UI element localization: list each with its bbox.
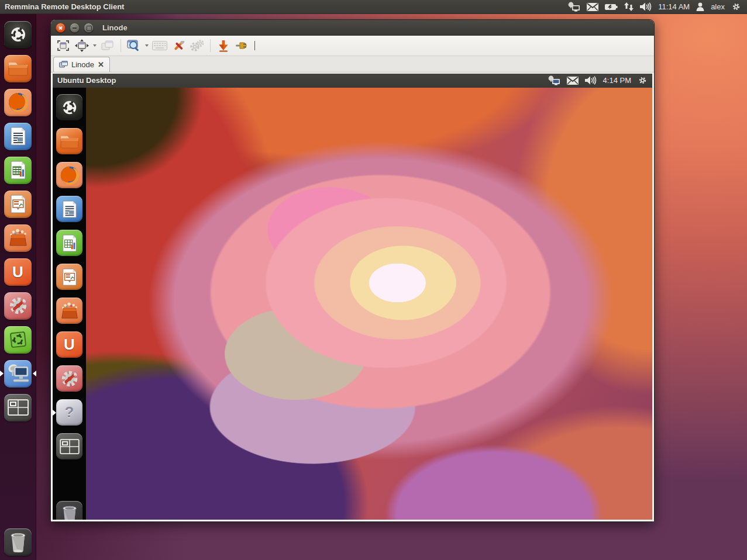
toggle-fullscreen-button[interactable] xyxy=(54,37,72,54)
unity-launcher: U xyxy=(0,14,36,560)
launcher-item-dash-home[interactable] xyxy=(0,18,36,51)
libreoffice-impress-icon xyxy=(4,191,32,218)
workspace-switcher-icon xyxy=(56,433,82,459)
remote-session-gear-icon[interactable] xyxy=(638,75,648,86)
remote-active-app-title: Ubuntu Desktop xyxy=(53,76,116,85)
launcher-item-firefox[interactable] xyxy=(0,85,36,119)
tab-close-icon[interactable]: ✕ xyxy=(98,61,104,68)
launcher-item-ubuntu-software-center[interactable] xyxy=(0,221,36,255)
remote-launcher-item-libreoffice-impress[interactable] xyxy=(53,260,86,294)
remote-launcher-item-dash-home[interactable] xyxy=(53,91,86,125)
trash-icon xyxy=(4,528,32,556)
grab-keyboard-button[interactable] xyxy=(151,37,168,54)
libreoffice-writer-icon xyxy=(4,123,32,150)
tab-monitor-icon xyxy=(59,61,68,68)
toggle-scaled-mode-button[interactable] xyxy=(125,37,143,54)
window-title: Linode xyxy=(102,23,128,32)
toolbar-caret xyxy=(254,41,255,50)
toolbar-separator xyxy=(210,39,211,52)
active-app-title: Remmina Remote Desktop Client xyxy=(0,2,124,11)
focused-indicator-arrow xyxy=(33,371,36,376)
ubuntu-software-center-icon xyxy=(4,224,32,252)
fit-window-button[interactable] xyxy=(73,37,91,54)
preferences-button[interactable] xyxy=(170,37,187,54)
system-settings-icon xyxy=(56,365,82,392)
remote-top-panel: Ubuntu Desktop 4:14 PM xyxy=(53,74,652,88)
ubuntu-one-letter: U xyxy=(64,336,75,354)
libreoffice-writer-icon xyxy=(56,196,82,222)
remote-launcher-item-unknown-window[interactable]: ? xyxy=(53,396,86,430)
launcher-item-libreoffice-writer[interactable] xyxy=(0,119,36,153)
launcher-item-workspace-switcher[interactable] xyxy=(0,390,36,424)
launcher-item-trash[interactable] xyxy=(0,525,36,559)
toolbar-separator xyxy=(121,39,121,52)
remote-desktop-view[interactable]: Ubuntu Desktop 4:14 PM xyxy=(51,72,654,521)
remote-launcher-item-ubuntu-one[interactable]: U xyxy=(53,328,86,362)
libreoffice-impress-icon xyxy=(56,264,82,290)
connection-toolbar xyxy=(51,36,654,56)
remote-launcher-item-libreoffice-writer[interactable] xyxy=(53,192,86,226)
workspace-switcher-icon xyxy=(4,394,32,421)
session-gear-icon[interactable] xyxy=(731,2,741,12)
launcher-item-remmina[interactable] xyxy=(0,357,36,390)
remote-launcher-item-ubuntu-software-center[interactable] xyxy=(53,294,86,328)
remote-launcher-item-system-settings[interactable] xyxy=(53,362,86,396)
dash-home-icon xyxy=(4,21,32,49)
scaled-mode-dropdown[interactable] xyxy=(144,37,150,54)
remote-unity-launcher: U ? xyxy=(53,88,86,521)
ubuntu-one-icon: U xyxy=(4,258,32,286)
remote-launcher-item-trash[interactable] xyxy=(53,497,86,521)
mail-indicator-icon[interactable] xyxy=(587,2,598,12)
trash-icon xyxy=(56,501,82,521)
mail-indicator-icon[interactable] xyxy=(567,75,579,86)
remote-launcher-item-libreoffice-calc[interactable] xyxy=(53,226,86,260)
duplicate-connection-button[interactable] xyxy=(99,37,116,54)
ubuntu-one-icon: U xyxy=(56,331,82,358)
remote-wallpaper[interactable] xyxy=(86,88,652,521)
tab-linode[interactable]: Linode ✕ xyxy=(53,57,110,72)
system-settings-icon xyxy=(4,292,32,320)
fit-window-dropdown[interactable] xyxy=(92,37,98,54)
volume-indicator-icon[interactable] xyxy=(640,2,652,12)
volume-indicator-icon[interactable] xyxy=(585,75,597,86)
tab-label: Linode xyxy=(71,60,94,69)
remote-desktop-indicator-icon[interactable] xyxy=(548,75,560,86)
libreoffice-calc-icon xyxy=(56,230,82,256)
battery-indicator-icon[interactable] xyxy=(605,2,618,12)
launcher-item-libreoffice-calc[interactable] xyxy=(0,153,36,187)
remote-launcher-item-home-folder[interactable] xyxy=(53,125,86,158)
minimize-button[interactable] xyxy=(70,23,80,33)
maximize-button[interactable] xyxy=(84,23,94,33)
libreoffice-calc-icon xyxy=(4,157,32,184)
network-transfer-indicator-icon[interactable] xyxy=(624,2,634,12)
minimize-to-tray-button[interactable] xyxy=(215,37,232,54)
remote-desktop-body[interactable]: U ? xyxy=(53,88,652,521)
launcher-item-software-updater[interactable] xyxy=(0,323,36,357)
remote-launcher-item-workspace-switcher[interactable] xyxy=(53,430,86,464)
launcher-item-system-settings[interactable] xyxy=(0,289,36,323)
close-button[interactable] xyxy=(56,23,66,33)
firefox-icon xyxy=(56,162,82,188)
indicator-tray: 11:14 AM alex xyxy=(567,2,747,12)
question-mark: ? xyxy=(65,403,74,421)
home-folder-icon xyxy=(56,128,82,154)
launcher-item-home-folder[interactable] xyxy=(0,51,36,85)
software-updater-icon xyxy=(4,326,32,354)
clock[interactable]: 11:14 AM xyxy=(658,2,690,11)
tools-button[interactable] xyxy=(188,37,206,54)
remote-desktop-indicator-icon[interactable] xyxy=(567,2,580,12)
launcher-item-ubuntu-one[interactable]: U xyxy=(0,255,36,289)
window-titlebar[interactable]: Linode xyxy=(51,20,654,36)
tab-bar: Linode ✕ xyxy=(51,56,654,72)
screen: Remmina Remote Desktop Client 11:14 AM a… xyxy=(0,0,747,560)
user-icon xyxy=(696,2,704,12)
disconnect-button[interactable] xyxy=(233,37,251,54)
launcher-item-libreoffice-impress[interactable] xyxy=(0,187,36,221)
remote-launcher-spacer xyxy=(53,464,86,497)
remote-clock[interactable]: 4:14 PM xyxy=(603,76,631,85)
dash-home-icon xyxy=(56,94,82,120)
launcher-spacer xyxy=(0,424,36,525)
remote-launcher-item-firefox[interactable] xyxy=(53,158,86,192)
user-menu[interactable]: alex xyxy=(711,2,725,11)
remote-indicator-tray: 4:14 PM xyxy=(548,75,652,86)
